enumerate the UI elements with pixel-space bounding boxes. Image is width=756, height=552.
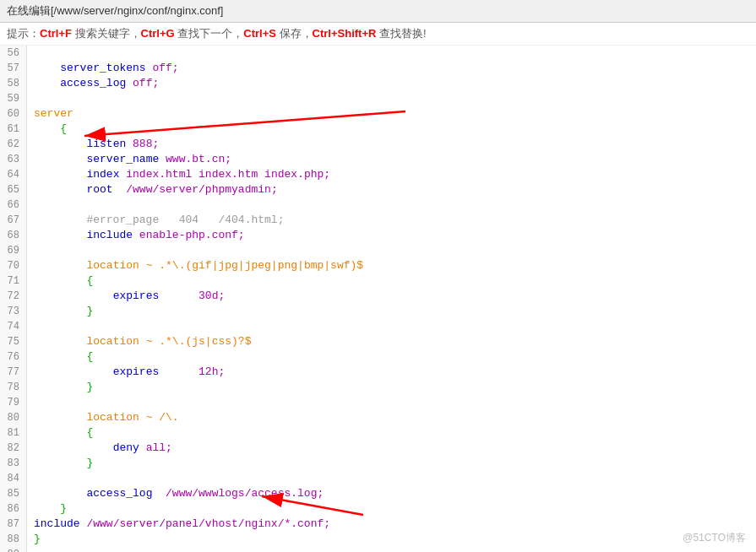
line-content[interactable] bbox=[27, 243, 34, 258]
table-row: 80 location ~ /\. bbox=[0, 410, 756, 425]
line-content[interactable] bbox=[27, 395, 34, 410]
table-row: 84 bbox=[0, 471, 756, 486]
table-row: 56 bbox=[0, 46, 756, 61]
line-content[interactable]: expires 30d; bbox=[27, 289, 225, 304]
line-content[interactable]: } bbox=[27, 304, 93, 319]
line-number: 83 bbox=[0, 456, 27, 471]
line-content[interactable]: expires 12h; bbox=[27, 365, 225, 380]
hint-t3: 保存， bbox=[276, 27, 313, 40]
table-row: 74 bbox=[0, 319, 756, 334]
line-number: 63 bbox=[0, 152, 27, 167]
line-content[interactable]: } bbox=[27, 456, 93, 471]
line-content[interactable]: { bbox=[27, 349, 93, 365]
table-row: 59 bbox=[0, 91, 756, 106]
table-row: 75 location ~ .*\.(js|css)?$ bbox=[0, 334, 756, 349]
line-content[interactable]: index index.html index.htm index.php; bbox=[27, 167, 330, 182]
line-content[interactable]: access_log /www/wwwlogs/access.log; bbox=[27, 486, 324, 501]
line-content[interactable]: server_name www.bt.cn; bbox=[27, 152, 231, 167]
line-number: 75 bbox=[0, 334, 27, 349]
line-number: 86 bbox=[0, 501, 27, 517]
line-number: 56 bbox=[0, 46, 27, 61]
table-row: 68 include enable-php.conf; bbox=[0, 228, 756, 243]
line-number: 57 bbox=[0, 61, 27, 76]
table-row: 83 } bbox=[0, 456, 756, 471]
hint-ctrl-s: Ctrl+S bbox=[243, 27, 276, 40]
table-row: 77 expires 12h; bbox=[0, 365, 756, 380]
line-number: 77 bbox=[0, 365, 27, 380]
line-number: 74 bbox=[0, 319, 27, 334]
line-number: 79 bbox=[0, 395, 27, 410]
watermark: @51CTO博客 bbox=[683, 531, 746, 545]
line-number: 67 bbox=[0, 213, 27, 228]
table-row: 79 bbox=[0, 395, 756, 410]
line-content[interactable]: server bbox=[27, 106, 73, 122]
table-row: 61 { bbox=[0, 122, 756, 137]
hint-ctrl-g: Ctrl+G bbox=[141, 27, 175, 40]
table-row: 78 } bbox=[0, 380, 756, 395]
table-row: 82 deny all; bbox=[0, 441, 756, 456]
table-row: 71 { bbox=[0, 273, 756, 289]
line-number: 81 bbox=[0, 425, 27, 441]
line-number: 61 bbox=[0, 122, 27, 137]
table-row: 63 server_name www.bt.cn; bbox=[0, 152, 756, 167]
line-number: 64 bbox=[0, 167, 27, 182]
line-number: 62 bbox=[0, 137, 27, 152]
line-number: 59 bbox=[0, 91, 27, 106]
table-row: 70 location ~ .*\.(gif|jpg|jpeg|png|bmp|… bbox=[0, 258, 756, 273]
line-content[interactable]: { bbox=[27, 273, 93, 289]
hint-t4: 查找替换! bbox=[376, 27, 426, 40]
line-number: 71 bbox=[0, 273, 27, 289]
line-number: 80 bbox=[0, 410, 27, 425]
code-container[interactable]: 5657 server_tokens off;58 access_log off… bbox=[0, 46, 756, 552]
line-number: 89 bbox=[0, 547, 27, 552]
line-content[interactable]: location ~ .*\.(gif|jpg|jpeg|png|bmp|swf… bbox=[27, 258, 363, 273]
line-content[interactable]: { bbox=[27, 122, 67, 137]
line-content[interactable]: } bbox=[27, 501, 67, 517]
table-row: 73 } bbox=[0, 304, 756, 319]
line-content[interactable]: root /www/server/phpmyadmin; bbox=[27, 182, 278, 198]
line-content[interactable]: access_log off; bbox=[27, 76, 159, 91]
line-number: 65 bbox=[0, 182, 27, 198]
table-row: 65 root /www/server/phpmyadmin; bbox=[0, 182, 756, 198]
title-bar: 在线编辑[/www/server/nginx/conf/nginx.conf] bbox=[0, 0, 756, 23]
line-content[interactable]: } bbox=[27, 532, 41, 547]
line-content[interactable] bbox=[27, 91, 34, 106]
line-content[interactable] bbox=[27, 471, 34, 486]
line-number: 85 bbox=[0, 486, 27, 501]
title-text: 在线编辑[/www/server/nginx/conf/nginx.conf] bbox=[7, 4, 223, 17]
line-number: 58 bbox=[0, 76, 27, 91]
line-number: 68 bbox=[0, 228, 27, 243]
table-row: 60server bbox=[0, 106, 756, 122]
editor-area[interactable]: 5657 server_tokens off;58 access_log off… bbox=[0, 46, 756, 552]
line-content[interactable] bbox=[27, 547, 34, 552]
table-row: 66 bbox=[0, 198, 756, 213]
line-content[interactable]: #error_page 404 /404.html; bbox=[27, 213, 284, 228]
line-number: 69 bbox=[0, 243, 27, 258]
line-content[interactable]: server_tokens off; bbox=[27, 61, 179, 76]
table-row: 58 access_log off; bbox=[0, 76, 756, 91]
line-content[interactable]: location ~ /\. bbox=[27, 410, 179, 425]
table-row: 88} bbox=[0, 532, 756, 547]
hint-t1: 搜索关键字， bbox=[72, 27, 141, 40]
table-row: 64 index index.html index.htm index.php; bbox=[0, 167, 756, 182]
table-row: 62 listen 888; bbox=[0, 137, 756, 152]
line-number: 70 bbox=[0, 258, 27, 273]
line-content[interactable] bbox=[27, 46, 34, 61]
line-content[interactable]: deny all; bbox=[27, 441, 172, 456]
table-row: 69 bbox=[0, 243, 756, 258]
line-content[interactable]: location ~ .*\.(js|css)?$ bbox=[27, 334, 251, 349]
line-content[interactable]: { bbox=[27, 425, 93, 441]
line-content[interactable]: include enable-php.conf; bbox=[27, 228, 245, 243]
line-content[interactable] bbox=[27, 198, 34, 213]
table-row: 72 expires 30d; bbox=[0, 289, 756, 304]
line-content[interactable]: } bbox=[27, 380, 93, 395]
line-number: 72 bbox=[0, 289, 27, 304]
line-content[interactable] bbox=[27, 319, 34, 334]
table-row: 89 bbox=[0, 547, 756, 552]
table-row: 86 } bbox=[0, 501, 756, 517]
hint-prefix: 提示： bbox=[7, 27, 40, 40]
line-content[interactable]: include /www/server/panel/vhost/nginx/*.… bbox=[27, 517, 330, 532]
line-content[interactable]: listen 888; bbox=[27, 137, 159, 152]
table-row: 76 { bbox=[0, 349, 756, 365]
line-number: 73 bbox=[0, 304, 27, 319]
